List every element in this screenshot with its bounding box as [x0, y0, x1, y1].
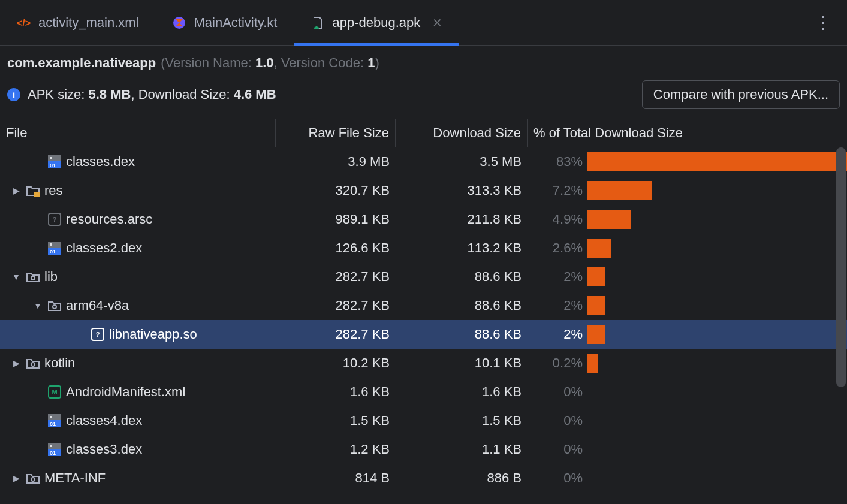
file-cell: ▼lib	[0, 269, 276, 285]
tab-app-debug-apk[interactable]: app-debug.apk✕	[294, 0, 459, 45]
raw-size: 989.1 KB	[276, 212, 396, 227]
svg-point-3	[318, 26, 319, 27]
tab-mainactivity-kt[interactable]: MainActivity.kt	[155, 0, 294, 45]
file-name: lib	[44, 269, 58, 285]
raw-size: 10.2 KB	[276, 355, 396, 371]
table-row[interactable]: ▼arm64-v8a282.7 KB88.6 KB2%	[0, 291, 847, 320]
table-row[interactable]: ▶res320.7 KB313.3 KB7.2%	[0, 176, 847, 205]
file-name: res	[44, 183, 63, 198]
raw-size: 1.5 KB	[276, 413, 396, 428]
pct-value: 83%	[528, 154, 587, 170]
header-raw-size[interactable]: Raw File Size	[276, 119, 396, 147]
scrollbar-track[interactable]	[836, 147, 846, 469]
svg-rect-11	[50, 243, 52, 246]
pct-value: 0%	[528, 470, 587, 486]
download-size: 113.2 KB	[396, 240, 528, 256]
raw-size: 814 B	[276, 470, 396, 486]
download-size: 88.6 KB	[396, 298, 528, 313]
svg-point-24	[31, 478, 35, 481]
download-size: 1.5 KB	[396, 413, 528, 428]
table-body: 01classes.dex3.9 MB3.5 MB83%▶res320.7 KB…	[0, 147, 847, 493]
pct-bar	[587, 181, 652, 200]
table-header: File Raw File Size Download Size % of To…	[0, 119, 847, 147]
pct-bar-cell	[587, 239, 847, 258]
table-row[interactable]: ?resources.arsc989.1 KB211.8 KB4.9%	[0, 205, 847, 234]
file-name: classes.dex	[66, 154, 135, 170]
svg-point-14	[53, 305, 56, 309]
folder-icon	[26, 357, 40, 370]
pct-value: 2%	[528, 327, 587, 342]
pct-bar-cell	[587, 296, 847, 315]
close-icon[interactable]: ✕	[432, 16, 442, 30]
scrollbar-thumb[interactable]	[836, 147, 846, 387]
xml-file-icon: </>	[17, 16, 31, 30]
pct-bar	[587, 325, 605, 344]
table-row[interactable]: MAndroidManifest.xml1.6 KB1.6 KB0%	[0, 378, 847, 406]
svg-rect-22	[50, 445, 52, 447]
header-pct-download[interactable]: % of Total Download Size	[528, 125, 847, 141]
svg-text:01: 01	[50, 421, 56, 427]
pct-bar	[587, 267, 605, 286]
table-row[interactable]: ▶META-INF814 B886 B0%	[0, 464, 847, 493]
table-row[interactable]: 01classes3.dex1.2 KB1.1 KB0%	[0, 435, 847, 464]
download-size: 88.6 KB	[396, 269, 528, 285]
package-name: com.example.nativeapp	[7, 55, 156, 71]
download-size: 211.8 KB	[396, 212, 528, 227]
tab-label: activity_main.xml	[38, 15, 138, 31]
chevron-down-icon[interactable]: ▼	[32, 301, 43, 310]
pct-value: 0.2%	[528, 355, 587, 371]
chevron-down-icon[interactable]: ▼	[11, 272, 22, 282]
dex-file-icon: 01	[48, 155, 61, 168]
apk-size-text: APK size: 5.8 MB, Download Size: 4.6 MB	[28, 87, 276, 102]
table-row[interactable]: 01classes2.dex126.6 KB113.2 KB2.6%	[0, 234, 847, 262]
chevron-right-icon[interactable]: ▶	[11, 358, 22, 368]
table-row[interactable]: 01classes4.dex1.5 KB1.5 KB0%	[0, 406, 847, 435]
raw-size: 1.2 KB	[276, 442, 396, 457]
raw-size: 282.7 KB	[276, 298, 396, 313]
file-name: META-INF	[44, 470, 106, 486]
tab-activity-main-xml[interactable]: </>activity_main.xml	[0, 0, 155, 45]
chevron-right-icon[interactable]: ▶	[11, 473, 22, 483]
unknown-file-icon: ?	[48, 213, 61, 226]
file-cell: ▼arm64-v8a	[0, 298, 276, 313]
unknown-file-icon: ?	[91, 328, 104, 341]
file-name: classes2.dex	[66, 240, 142, 256]
raw-size: 282.7 KB	[276, 327, 396, 342]
kotlin-file-icon	[172, 16, 186, 30]
pct-value: 2%	[528, 269, 587, 285]
pct-bar-cell	[587, 440, 847, 459]
pct-bar	[587, 239, 611, 258]
pct-bar	[587, 152, 847, 171]
pct-value: 0%	[528, 442, 587, 457]
svg-text:01: 01	[50, 450, 56, 456]
header-file[interactable]: File	[0, 119, 276, 147]
file-cell: MAndroidManifest.xml	[0, 384, 276, 400]
table-row[interactable]: 01classes.dex3.9 MB3.5 MB83%	[0, 147, 847, 176]
header-download-size[interactable]: Download Size	[396, 119, 528, 147]
table-row[interactable]: ▼lib282.7 KB88.6 KB2%	[0, 262, 847, 291]
compare-apk-button[interactable]: Compare with previous APK...	[642, 80, 840, 109]
pct-bar	[587, 354, 598, 373]
pct-bar-cell	[587, 325, 847, 344]
table-row[interactable]: ▶kotlin10.2 KB10.1 KB0.2%	[0, 349, 847, 378]
svg-text:01: 01	[50, 249, 56, 255]
pct-bar-cell	[587, 411, 847, 430]
file-cell: 01classes4.dex	[0, 413, 276, 428]
pct-value: 4.9%	[528, 212, 587, 227]
raw-size: 282.7 KB	[276, 269, 396, 285]
folder-icon	[26, 270, 40, 283]
file-cell: ?libnativeapp.so	[0, 327, 276, 342]
file-cell: 01classes.dex	[0, 154, 276, 170]
svg-rect-6	[50, 157, 52, 159]
chevron-right-icon[interactable]: ▶	[11, 186, 22, 195]
pct-bar-cell	[587, 267, 847, 286]
pct-value: 2.6%	[528, 240, 587, 256]
pct-value: 2%	[528, 298, 587, 313]
svg-point-13	[31, 276, 35, 280]
download-size: 313.3 KB	[396, 183, 528, 198]
file-cell: ▶META-INF	[0, 470, 276, 486]
pct-bar-cell	[587, 210, 847, 229]
table-row[interactable]: ?libnativeapp.so282.7 KB88.6 KB2%	[0, 320, 847, 349]
raw-size: 3.9 MB	[276, 154, 396, 170]
tabs-overflow-icon[interactable]: ⋮	[800, 13, 847, 32]
